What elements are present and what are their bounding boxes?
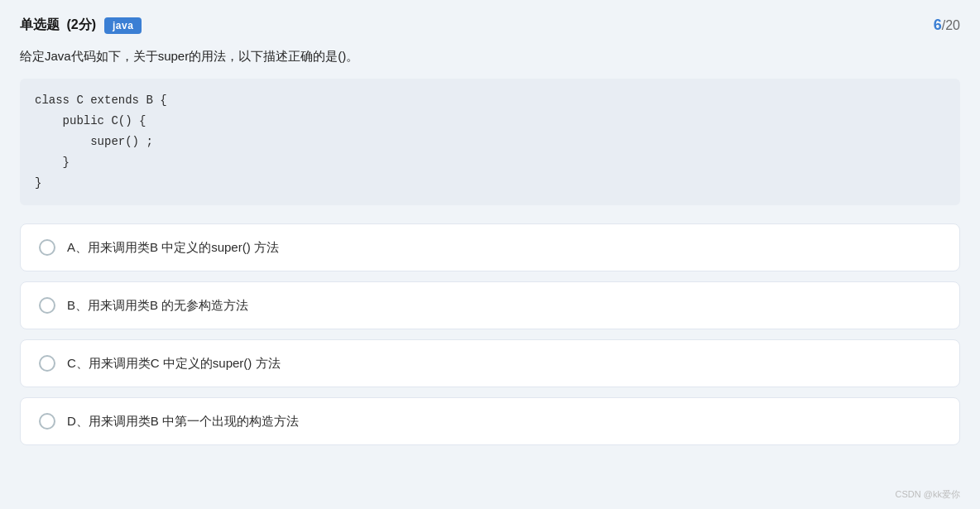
code-line-5: } bbox=[35, 173, 945, 194]
option-radio-a[interactable] bbox=[39, 239, 55, 256]
option-item-c[interactable]: C、用来调用类C 中定义的super() 方法 bbox=[20, 339, 960, 387]
question-type-label: 单选题 (2分) bbox=[20, 17, 96, 34]
option-radio-d[interactable] bbox=[39, 413, 55, 430]
option-text-b: B、用来调用类B 的无参构造方法 bbox=[67, 295, 248, 315]
watermark: CSDN @kk爱你 bbox=[896, 488, 960, 501]
options-list: A、用来调用类B 中定义的super() 方法 B、用来调用类B 的无参构造方法… bbox=[20, 223, 960, 445]
option-item-d[interactable]: D、用来调用类B 中第一个出现的构造方法 bbox=[20, 397, 960, 445]
code-line-4: } bbox=[35, 152, 945, 173]
page-container: 单选题 (2分) java 6/20 给定Java代码如下，关于super的用法… bbox=[0, 0, 980, 509]
progress-current: 6 bbox=[934, 17, 942, 33]
progress-total: 20 bbox=[945, 18, 960, 32]
option-text-d: D、用来调用类B 中第一个出现的构造方法 bbox=[67, 411, 299, 431]
option-text-a: A、用来调用类B 中定义的super() 方法 bbox=[67, 238, 279, 257]
option-radio-b[interactable] bbox=[39, 297, 55, 314]
option-item-b[interactable]: B、用来调用类B 的无参构造方法 bbox=[20, 281, 960, 329]
option-text-c: C、用来调用类C 中定义的super() 方法 bbox=[67, 353, 281, 373]
question-points: (2分) bbox=[66, 17, 96, 31]
code-line-2: public C() { bbox=[35, 111, 945, 132]
question-type: 单选题 bbox=[20, 17, 60, 31]
java-badge: java bbox=[104, 17, 142, 34]
option-radio-c[interactable] bbox=[39, 355, 55, 372]
question-description: 给定Java代码如下，关于super的用法，以下描述正确的是()。 bbox=[20, 46, 960, 67]
question-progress: 6/20 bbox=[934, 17, 960, 34]
option-item-a[interactable]: A、用来调用类B 中定义的super() 方法 bbox=[20, 223, 960, 271]
code-block: class C extends B { public C() { super()… bbox=[20, 79, 960, 206]
question-header-left: 单选题 (2分) java bbox=[20, 17, 142, 34]
code-line-1: class C extends B { bbox=[35, 90, 945, 111]
code-line-3: super() ; bbox=[35, 132, 945, 152]
question-header: 单选题 (2分) java 6/20 bbox=[20, 17, 960, 34]
